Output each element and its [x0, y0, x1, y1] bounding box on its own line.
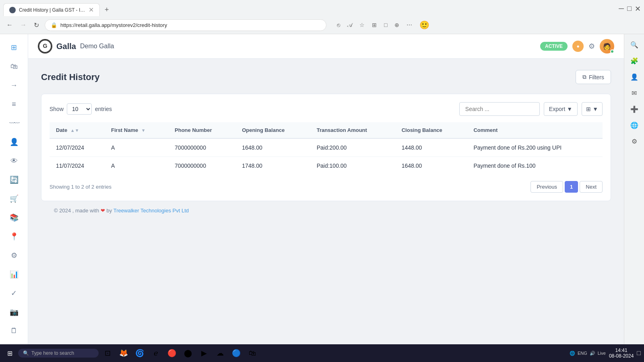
taskbar-app-ie[interactable]: ℯ	[149, 346, 163, 360]
heart-icon: ❤	[101, 208, 105, 214]
row2-phone: 7000000000	[168, 157, 235, 175]
by-text: by	[106, 208, 112, 214]
export-dropdown-icon: ▼	[567, 106, 572, 112]
sidebar-item-shop[interactable]: 🛍	[5, 58, 23, 75]
brand: G Galla Demo Galla	[38, 39, 114, 53]
ext-icon-4[interactable]: ✉	[627, 86, 642, 100]
ext-icon-3[interactable]: 👤	[627, 70, 642, 84]
browser-chrome: Credit History | Galla GST - Inven... ✕ …	[0, 0, 644, 34]
lock-icon: 🔒	[51, 22, 57, 28]
page-content: Credit History ⧉ Filters Show 10 25 50	[28, 59, 624, 344]
tab-close-button[interactable]: ✕	[89, 6, 94, 14]
bookmark-button[interactable]: ☆	[357, 19, 367, 31]
sidebar-item-view[interactable]: 👁	[5, 152, 23, 170]
filters-button[interactable]: ⧉ Filters	[576, 70, 611, 84]
taskbar-app-skype[interactable]: ☁	[213, 346, 227, 360]
sidebar-item-camera[interactable]: 📷	[5, 303, 23, 321]
ext-icon-6[interactable]: 🌐	[627, 118, 642, 132]
new-tab-button[interactable]: +	[101, 4, 112, 16]
live-label: Live	[598, 351, 606, 356]
footer: © 2024 , made with ❤ by Treewalker Techn…	[41, 201, 611, 220]
svg-point-0	[10, 8, 14, 12]
tab-bar: Credit History | Galla GST - Inven... ✕ …	[0, 0, 644, 16]
taskbar-app-firefox[interactable]: 🦊	[116, 346, 131, 360]
header-actions: ACTIVE ● ⚙ 🧑	[540, 39, 614, 53]
col-opening[interactable]: Opening Balance	[235, 122, 310, 138]
network-icon: 🌐	[570, 351, 575, 356]
close-window-button[interactable]: ✕	[635, 4, 641, 13]
ext-icon-2[interactable]: 🧩	[627, 53, 642, 68]
avatar[interactable]: 🧑	[600, 39, 614, 53]
col-date[interactable]: Date ▲▼	[50, 122, 105, 138]
taskbar-app-yt[interactable]: ▶	[197, 346, 211, 360]
table-header: Date ▲▼ First Name ▼ Phone Number	[50, 122, 603, 138]
refresh-button[interactable]: ↻	[32, 20, 41, 31]
table-controls: Show 10 25 50 100 entries Export	[50, 102, 603, 116]
sidebar-item-tasks[interactable]: ✓	[5, 284, 23, 302]
forward-nav-button[interactable]: →	[19, 20, 28, 30]
taskbar-app-circle[interactable]: 🔴	[165, 346, 179, 360]
row1-closing: 1448.00	[395, 138, 467, 157]
page-1-button[interactable]: 1	[565, 181, 578, 193]
settings-button[interactable]: ⚙	[588, 42, 595, 51]
taskbar-app-chrome[interactable]: ⬤	[181, 346, 195, 360]
row2-date: 11/07/2024	[50, 157, 105, 175]
browser-action-1[interactable]: ⎋	[334, 19, 343, 31]
minimize-button[interactable]: ─	[619, 4, 624, 13]
status-badge: ACTIVE	[540, 42, 568, 51]
url-bar[interactable]: 🔒 https://retail.galla.app/mystorev2/cre…	[45, 19, 326, 31]
sidebar-item-cart[interactable]: 🛒	[5, 190, 23, 208]
col-phone[interactable]: Phone Number	[168, 122, 235, 138]
sidebar-item-notes[interactable]: 🗒	[5, 322, 23, 339]
search-input[interactable]	[459, 102, 540, 116]
col-closing[interactable]: Closing Balance	[395, 122, 467, 138]
clock-date: 08-08-2024	[609, 353, 634, 359]
row2-opening: 1748.00	[235, 157, 310, 175]
previous-button[interactable]: Previous	[530, 181, 563, 193]
taskbar-app-edge[interactable]: 🌀	[132, 346, 147, 360]
page-header: Credit History ⧉ Filters	[41, 70, 611, 84]
ext-search-icon[interactable]: 🔍	[627, 37, 642, 52]
filters-label: Filters	[589, 74, 604, 80]
grid-view-button[interactable]: ⊞ ▼	[582, 102, 603, 116]
sidebar-item-location[interactable]: 📍	[5, 228, 23, 245]
right-panel: 🔍 🧩 👤 ✉ ➕ 🌐 ⚙	[624, 34, 644, 344]
maximize-button[interactable]: □	[627, 4, 632, 13]
taskbar-app-ms[interactable]: 🔵	[229, 346, 244, 360]
col-firstname[interactable]: First Name ▼	[105, 122, 168, 138]
ext-icon-7[interactable]: ⚙	[627, 134, 642, 148]
browser-action-3[interactable]: ⊞	[369, 19, 379, 31]
sidebar-item-user[interactable]: 👤	[5, 134, 23, 151]
sidebar-item-sync[interactable]: 🔄	[5, 171, 23, 189]
ext-icon-5[interactable]: ➕	[627, 102, 642, 116]
sidebar-item-reports[interactable]: 📊	[5, 265, 23, 283]
taskbar-search[interactable]: 🔍 Type here to search	[18, 349, 99, 358]
entries-select[interactable]: 10 25 50 100	[67, 103, 92, 115]
sidebar-item-forward[interactable]: →	[5, 77, 23, 94]
col-comment[interactable]: Comment	[467, 122, 603, 138]
taskbar-app-store[interactable]: 🛍	[245, 346, 260, 360]
col-transaction[interactable]: Transaction Amount	[310, 122, 395, 138]
active-tab[interactable]: Credit History | Galla GST - Inven... ✕	[3, 3, 100, 16]
export-button[interactable]: Export ▼	[544, 102, 578, 116]
row1-opening: 1648.00	[235, 138, 310, 157]
notification-area[interactable]: □	[637, 350, 641, 357]
row2-comment: Payment done of Rs.100	[467, 157, 603, 175]
sidebar-item-settings[interactable]: ⚙	[5, 247, 23, 264]
start-button[interactable]: ⊞	[3, 347, 17, 360]
browser-action-5[interactable]: ⊕	[392, 19, 402, 31]
back-button[interactable]: ←	[5, 20, 14, 30]
copyright-text: © 2024 , made with	[54, 208, 99, 214]
table-body: 12/07/2024 A 7000000000 1648.00 Paid:200…	[50, 138, 603, 175]
taskbar-app-view[interactable]: ⊡	[100, 346, 115, 360]
tab-title: Credit History | Galla GST - Inven...	[19, 7, 85, 13]
next-button[interactable]: Next	[580, 181, 603, 193]
sidebar-item-dashboard[interactable]: ⊞	[5, 39, 23, 56]
browser-action-4[interactable]: □	[382, 19, 390, 31]
more-button[interactable]: ⋯	[404, 19, 415, 31]
sidebar-item-waves[interactable]: 〰〰	[5, 115, 23, 132]
sidebar-item-library[interactable]: 📚	[5, 209, 23, 226]
sidebar-item-menu[interactable]: ≡	[5, 96, 23, 113]
browser-action-2[interactable]: 𝒜	[345, 19, 355, 31]
profile-button[interactable]: 🙂	[417, 19, 432, 31]
